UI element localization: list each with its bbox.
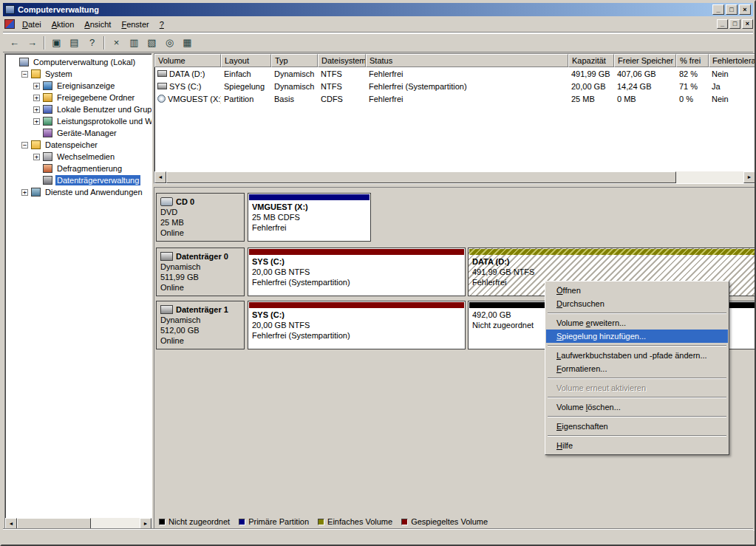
context-menu-item-oeffnen[interactable]: Öffnen (546, 284, 728, 297)
context-menu-item-eigenschaften[interactable]: Eigenschaften (546, 420, 728, 433)
column-header-freier-speicher[interactable]: Freier Speicher (614, 54, 676, 67)
scroll-left-button[interactable]: ◄ (154, 171, 166, 183)
tree-horizontal-scrollbar[interactable]: ◄ ► (5, 518, 151, 530)
tree-item-datenspeicher[interactable]: −Datenspeicher (5, 139, 151, 151)
disk-label-datentraeger-0[interactable]: Datenträger 0Dynamisch511,99 GBOnline (156, 248, 245, 296)
scrollbar-thumb[interactable] (17, 518, 91, 530)
show-hide-console-tree-button[interactable]: ▣ (48, 35, 65, 51)
views-button[interactable]: ▦ (179, 35, 196, 51)
forward-button[interactable]: → (24, 35, 41, 51)
child-minimize-button[interactable]: _ (717, 19, 728, 29)
minimize-button[interactable]: _ (712, 4, 724, 15)
tree-expand-icon[interactable]: + (21, 189, 28, 196)
tree-item-ereignisanzeige[interactable]: +Ereignisanzeige (5, 80, 151, 92)
partition-size: 20,00 GB NTFS (252, 320, 461, 330)
tree-item-wechselmedien[interactable]: +Wechselmedien (5, 151, 151, 163)
column-header-layout[interactable]: Layout (221, 54, 271, 67)
column-header-frei[interactable]: % frei (676, 54, 709, 67)
volume-list-horizontal-scrollbar[interactable]: ◄ ► (154, 171, 755, 183)
partition-sys-c[interactable]: SYS (C:)20,00 GB NTFSFehlerfrei (Systemp… (248, 301, 466, 349)
volume-cell-frei: 82 % (676, 69, 709, 78)
legend-color-swatch (239, 519, 245, 525)
removable-media-icon (43, 152, 52, 161)
tree-item-label: Dienste und Anwendungen (44, 187, 144, 197)
console-tree-pane: +Computerverwaltung (Lokal)−System+Ereig… (4, 53, 152, 530)
partition-vmguest-x[interactable]: VMGUEST (X:)25 MB CDFSFehlerfrei (248, 193, 371, 242)
menu-item-fenster[interactable]: Fenster (116, 18, 154, 31)
tree-item-leistungsprotokolle-und-warnungen[interactable]: +Leistungsprotokolle und Warnungen (5, 115, 151, 127)
help-button[interactable]: ? (84, 35, 101, 51)
partition-label: SYS (C:) (252, 310, 461, 320)
context-menu-item-formatieren[interactable]: Formatieren... (546, 362, 728, 375)
tree-item-datentraegerverwaltung[interactable]: +Datenträgerverwaltung (5, 174, 151, 186)
column-header-status[interactable]: Status (366, 54, 568, 67)
tree-item-defragmentierung[interactable]: +Defragmentierung (5, 163, 151, 174)
volume-list-body: DATA (D:)EinfachDynamischNTFSFehlerfrei4… (154, 67, 755, 105)
tree-expand-icon[interactable]: + (33, 106, 40, 113)
context-menu-item-laufwerkbuchstaben-und-pfade-aendern[interactable]: Laufwerkbuchstaben und -pfade ändern... (546, 349, 728, 362)
volume-row-vmguest-x[interactable]: VMGUEST (X:)PartitionBasisCDFSFehlerfrei… (154, 92, 756, 105)
tree-item-geraete-manager[interactable]: +Geräte-Manager (5, 127, 151, 139)
delete-button[interactable]: × (108, 35, 125, 51)
status-bar (3, 529, 753, 543)
open-button[interactable]: ▧ (143, 35, 160, 51)
scrollbar-track[interactable] (166, 171, 743, 183)
restore-button[interactable]: □ (726, 4, 738, 15)
context-menu-item-spiegelung-hinzufuegen[interactable]: Spiegelung hinzufügen... (546, 330, 728, 343)
column-header-volume[interactable]: Volume (154, 54, 221, 67)
menu-item-help[interactable]: ? (154, 18, 169, 31)
tree-item-dienste-und-anwendungen[interactable]: +Dienste und Anwendungen (5, 186, 151, 198)
partition-label: VMGUEST (X:) (252, 202, 367, 212)
child-close-button[interactable]: × (742, 19, 753, 29)
volume-cell-typ: Dynamisch (271, 69, 318, 78)
context-menu-item-volume-erweitern[interactable]: Volume erweitern... (546, 316, 728, 330)
tree-item-system[interactable]: −System (5, 68, 151, 80)
volume-cell-freier-speicher: 0 MB (614, 95, 676, 103)
scroll-right-button[interactable]: ► (743, 171, 755, 183)
scrollbar-track[interactable] (17, 518, 140, 530)
tree-item-freigegebene-ordner[interactable]: +Freigegebene Ordner (5, 92, 151, 103)
tree-item-lokale-benutzer-und-gruppen[interactable]: +Lokale Benutzer und Gruppen (5, 103, 151, 115)
menu-item-datei[interactable]: Datei (17, 18, 47, 31)
context-menu-item-hilfe[interactable]: Hilfe (546, 439, 728, 452)
context-menu-item-volume-loeschen[interactable]: Volume löschen... (546, 400, 728, 414)
volume-row-sys-c[interactable]: SYS (C:)SpiegelungDynamischNTFSFehlerfre… (154, 80, 756, 92)
child-restore-button[interactable]: □ (729, 19, 740, 29)
menu-item-aktion[interactable]: Aktion (47, 18, 80, 31)
column-header-kapazitaet[interactable]: Kapazität (568, 54, 614, 67)
volume-cell-status: Fehlerfrei (Systempartition) (366, 82, 568, 91)
title-bar: Computerverwaltung _ □ × (3, 3, 753, 16)
child-window-controls: _ □ × (717, 19, 753, 29)
tree-item-label: Datenspeicher (44, 140, 99, 150)
menu-separator (548, 397, 726, 398)
column-header-dateisystem[interactable]: Dateisystem (318, 54, 366, 67)
search-button[interactable]: ◎ (161, 35, 178, 51)
volume-row-data-d[interactable]: DATA (D:)EinfachDynamischNTFSFehlerfrei4… (154, 67, 756, 80)
volume-cell-name: VMGUEST (X:) (154, 95, 221, 103)
scroll-right-button[interactable]: ► (140, 518, 151, 530)
close-button[interactable]: × (739, 4, 751, 15)
export-list-button[interactable]: ▥ (126, 35, 143, 51)
tree-expand-icon[interactable]: + (33, 83, 40, 89)
partition-sys-c[interactable]: SYS (C:)20,00 GB NTFSFehlerfrei (Systemp… (248, 248, 466, 296)
disk-label-datentraeger-1[interactable]: Datenträger 1Dynamisch512,00 GBOnline (156, 301, 245, 349)
tree-collapse-icon[interactable]: − (21, 71, 28, 78)
context-menu-item-durchsuchen[interactable]: Durchsuchen (546, 297, 728, 310)
toolbar-separator (103, 36, 105, 50)
column-header-fehlertoleranz[interactable]: Fehlertoleranz (709, 54, 756, 67)
menu-item-ansicht[interactable]: Ansicht (79, 18, 116, 31)
disk-label-cd-0[interactable]: CD 0DVD25 MBOnline (156, 193, 245, 242)
context-menu: ÖffnenDurchsuchenVolume erweitern...Spie… (545, 281, 729, 455)
device-manager-icon (43, 129, 52, 137)
tree-expand-icon[interactable]: + (33, 154, 40, 160)
storage-icon (31, 140, 41, 149)
scrollbar-thumb[interactable] (166, 171, 676, 183)
column-header-typ[interactable]: Typ (271, 54, 318, 67)
tree-expand-icon[interactable]: + (33, 95, 40, 101)
tree-item-computerverwaltung-lokal[interactable]: +Computerverwaltung (Lokal) (5, 56, 151, 68)
tree-collapse-icon[interactable]: − (21, 142, 28, 149)
tree-expand-icon[interactable]: + (33, 118, 40, 125)
scroll-left-button[interactable]: ◄ (5, 518, 17, 530)
properties-button[interactable]: ▤ (66, 35, 83, 51)
back-button[interactable]: ← (6, 35, 23, 51)
